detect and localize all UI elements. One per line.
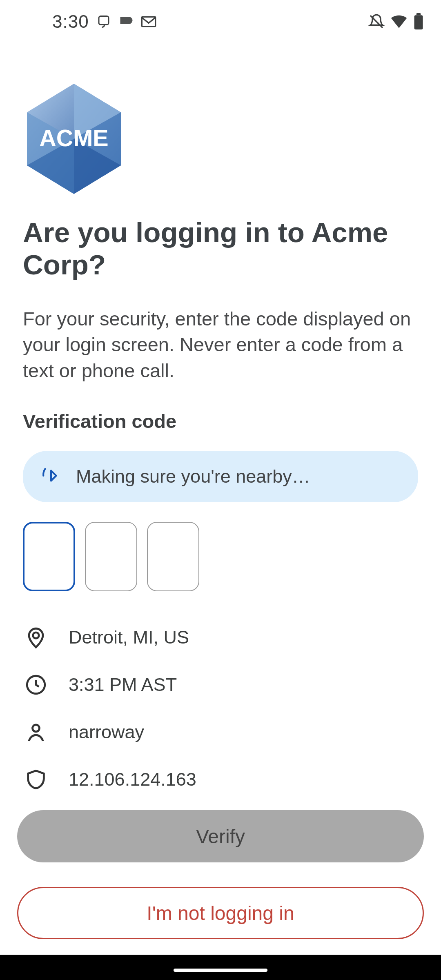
time-value: 3:31 PM AST (69, 674, 177, 695)
notifications-off-icon (368, 13, 385, 30)
svg-rect-3 (416, 13, 421, 15)
arc-icon (118, 14, 133, 29)
proximity-text: Making sure you're nearby… (76, 466, 310, 487)
not-logging-in-button[interactable]: I'm not logging in (17, 887, 424, 939)
duo-icon (96, 14, 111, 29)
proximity-banner: Making sure you're nearby… (23, 451, 418, 502)
code-digit-1[interactable] (23, 522, 75, 591)
verify-button-label: Verify (196, 825, 245, 848)
user-icon (23, 719, 49, 745)
verification-code-inputs (23, 522, 418, 591)
page-title: Are you logging in to Acme Corp? (23, 216, 418, 281)
not-logging-in-label: I'm not logging in (147, 902, 294, 924)
info-user: narroway (23, 708, 418, 756)
clock-icon (23, 672, 49, 698)
bluetooth-proximity-icon (41, 466, 61, 488)
status-left: 3:30 (52, 11, 157, 32)
svg-rect-1 (142, 17, 155, 26)
acme-logo: ACME (23, 82, 125, 196)
location-pin-icon (23, 624, 49, 650)
status-bar: 3:30 (0, 0, 441, 43)
home-indicator[interactable] (174, 969, 267, 972)
location-value: Detroit, MI, US (69, 627, 189, 648)
code-digit-2[interactable] (85, 522, 137, 591)
code-digit-3[interactable] (147, 522, 199, 591)
verification-code-label: Verification code (23, 410, 418, 432)
ip-value: 12.106.124.163 (69, 769, 196, 790)
wifi-icon (390, 13, 408, 30)
info-ip: 12.106.124.163 (23, 756, 418, 803)
verify-button[interactable]: Verify (17, 810, 424, 862)
android-nav-bar (0, 955, 441, 980)
info-time: 3:31 PM AST (23, 661, 418, 708)
svg-point-12 (33, 633, 39, 639)
shield-icon (23, 766, 49, 793)
page-subtitle: For your security, enter the code displa… (23, 306, 418, 383)
info-location: Detroit, MI, US (23, 614, 418, 661)
logo-text: ACME (39, 125, 108, 151)
svg-rect-5 (415, 19, 422, 29)
action-buttons: Verify I'm not logging in (17, 810, 424, 939)
login-details: Detroit, MI, US 3:31 PM AST narroway 12.… (23, 614, 418, 803)
user-value: narroway (69, 722, 144, 743)
svg-rect-0 (99, 16, 109, 24)
gmail-icon (140, 13, 157, 30)
svg-point-14 (33, 725, 40, 732)
status-time: 3:30 (52, 11, 89, 32)
status-right (368, 13, 424, 30)
main-content: ACME Are you logging in to Acme Corp? Fo… (23, 82, 418, 803)
battery-icon (413, 13, 424, 30)
